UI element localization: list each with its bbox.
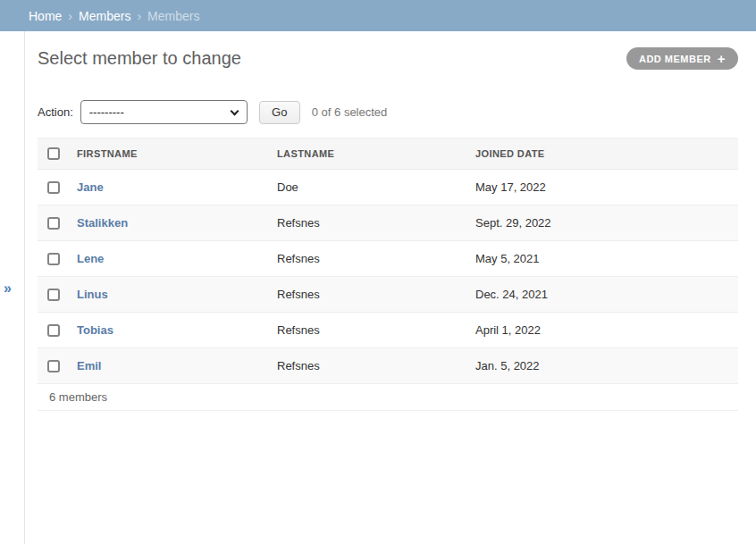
breadcrumb-separator: › bbox=[137, 9, 141, 23]
member-firstname-link[interactable]: Lene bbox=[77, 252, 104, 265]
member-lastname: Refsnes bbox=[277, 241, 475, 277]
member-lastname: Doe bbox=[277, 170, 475, 205]
member-joined-date: Jan. 5, 2022 bbox=[475, 348, 738, 384]
action-select[interactable]: --------- bbox=[80, 100, 248, 124]
member-count: 6 members bbox=[38, 384, 738, 411]
row-checkbox[interactable] bbox=[47, 181, 60, 194]
breadcrumb-separator: › bbox=[68, 9, 72, 23]
member-firstname-link[interactable]: Linus bbox=[77, 288, 108, 301]
member-lastname: Refsnes bbox=[277, 277, 475, 313]
column-header-lastname[interactable]: LASTNAME bbox=[277, 138, 475, 170]
select-all-checkbox[interactable] bbox=[47, 147, 60, 160]
breadcrumb-link-home[interactable]: Home bbox=[29, 9, 62, 23]
member-joined-date: Dec. 24, 2021 bbox=[475, 277, 738, 313]
table-row: Tobias Refsnes April 1, 2022 bbox=[38, 313, 738, 348]
member-joined-date: May 5, 2021 bbox=[475, 241, 738, 277]
column-header-firstname[interactable]: FIRSTNAME bbox=[77, 138, 277, 170]
member-firstname-link[interactable]: Tobias bbox=[77, 323, 113, 337]
row-checkbox[interactable] bbox=[47, 360, 60, 372]
member-lastname: Refsnes bbox=[277, 348, 475, 384]
member-joined-date: May 17, 2022 bbox=[475, 170, 738, 205]
plus-icon: + bbox=[718, 52, 726, 65]
content-area: Select member to change ADD MEMBER + Act… bbox=[25, 31, 756, 544]
action-label: Action: bbox=[38, 105, 73, 119]
nav-sidebar-collapsed: » bbox=[0, 31, 25, 544]
table-row: Lene Refsnes May 5, 2021 bbox=[38, 241, 738, 277]
table-header-row: FIRSTNAME LASTNAME JOINED DATE bbox=[38, 138, 738, 170]
table-row: Stalikken Refsnes Sept. 29, 2022 bbox=[38, 205, 738, 241]
sidebar-expand-toggle-icon[interactable]: » bbox=[2, 280, 13, 297]
selection-status: 0 of 6 selected bbox=[312, 105, 388, 119]
table-row: Jane Doe May 17, 2022 bbox=[38, 170, 738, 205]
breadcrumb-link-members[interactable]: Members bbox=[79, 9, 130, 23]
column-header-joined-date[interactable]: JOINED DATE bbox=[475, 138, 738, 170]
add-member-button[interactable]: ADD MEMBER + bbox=[626, 47, 738, 70]
row-checkbox[interactable] bbox=[47, 253, 60, 265]
member-firstname-link[interactable]: Stalikken bbox=[77, 216, 128, 230]
member-lastname: Refsnes bbox=[277, 313, 475, 348]
member-joined-date: Sept. 29, 2022 bbox=[475, 205, 738, 241]
row-checkbox[interactable] bbox=[47, 289, 60, 301]
breadcrumb: Home › Members › Members bbox=[0, 0, 756, 31]
member-lastname: Refsnes bbox=[277, 205, 475, 241]
member-joined-date: April 1, 2022 bbox=[475, 313, 738, 348]
table-row: Linus Refsnes Dec. 24, 2021 bbox=[38, 277, 738, 313]
add-member-label: ADD MEMBER bbox=[639, 54, 711, 64]
breadcrumb-current: Members bbox=[147, 9, 199, 23]
table-row: Emil Refsnes Jan. 5, 2022 bbox=[38, 348, 738, 384]
go-button[interactable]: Go bbox=[259, 101, 300, 124]
member-firstname-link[interactable]: Jane bbox=[77, 180, 104, 194]
member-firstname-link[interactable]: Emil bbox=[77, 359, 101, 372]
actions-bar: Action: --------- Go 0 of 6 selected bbox=[38, 100, 738, 124]
row-checkbox[interactable] bbox=[47, 217, 60, 230]
row-checkbox[interactable] bbox=[47, 324, 60, 337]
page-title: Select member to change bbox=[38, 48, 241, 69]
members-table: FIRSTNAME LASTNAME JOINED DATE Jane Doe … bbox=[38, 138, 738, 384]
